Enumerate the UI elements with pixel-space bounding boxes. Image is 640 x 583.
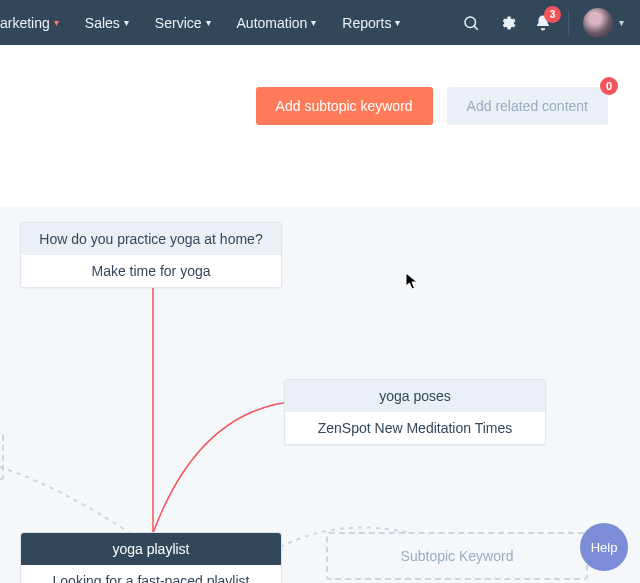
node-keyword: How do you practice yoga at home?: [21, 223, 281, 255]
subtopic-node[interactable]: yoga poses ZenSpot New Meditation Times: [284, 379, 546, 445]
subtopic-placeholder[interactable]: Subtopic Keyword: [326, 532, 588, 580]
search-icon[interactable]: [460, 12, 482, 34]
svg-line-1: [474, 26, 478, 30]
node-content: ZenSpot New Meditation Times: [285, 412, 545, 444]
nav-sales[interactable]: Sales ▾: [72, 0, 142, 45]
button-label: Add related content: [467, 98, 588, 114]
add-related-button[interactable]: Add related content 0: [447, 87, 608, 125]
nav-label: Reports: [342, 15, 391, 31]
nav-automation[interactable]: Automation ▾: [224, 0, 330, 45]
avatar: [583, 8, 613, 38]
chevron-down-icon: ▾: [206, 17, 211, 28]
account-menu[interactable]: ▾: [583, 8, 624, 38]
top-nav: arketing ▾ Sales ▾ Service ▾ Automation …: [0, 0, 640, 45]
nav-label: arketing: [0, 15, 50, 31]
chevron-down-icon: ▾: [395, 17, 400, 28]
nav-label: Automation: [237, 15, 308, 31]
nav-reports[interactable]: Reports ▾: [329, 0, 413, 45]
node-content: Make time for yoga: [21, 255, 281, 287]
nav-service[interactable]: Service ▾: [142, 0, 224, 45]
placeholder-label: Subtopic Keyword: [328, 534, 586, 578]
node-content: Looking for a fast-paced playlist: [21, 565, 281, 583]
action-row: Add subtopic keyword Add related content…: [0, 45, 640, 125]
topic-canvas[interactable]: How do you practice yoga at home? Make t…: [0, 207, 640, 583]
subtopic-placeholder-edge[interactable]: [0, 432, 4, 480]
gear-icon[interactable]: [496, 12, 518, 34]
nav-label: Sales: [85, 15, 120, 31]
chevron-down-icon: ▾: [619, 17, 624, 28]
divider: [568, 11, 569, 35]
node-keyword: yoga playlist: [21, 533, 281, 565]
nav-label: Service: [155, 15, 202, 31]
svg-point-0: [465, 17, 476, 28]
help-button[interactable]: Help: [580, 523, 628, 571]
node-keyword: yoga poses: [285, 380, 545, 412]
nav-right: 3 ▾: [460, 8, 632, 38]
chevron-down-icon: ▾: [124, 17, 129, 28]
chevron-down-icon: ▾: [54, 17, 59, 28]
nav-marketing[interactable]: arketing ▾: [0, 0, 72, 45]
subtopic-node[interactable]: How do you practice yoga at home? Make t…: [20, 222, 282, 288]
chevron-down-icon: ▾: [311, 17, 316, 28]
notifications-icon[interactable]: 3: [532, 12, 554, 34]
related-badge: 0: [600, 77, 618, 95]
add-subtopic-button[interactable]: Add subtopic keyword: [256, 87, 433, 125]
notification-badge: 3: [544, 6, 561, 23]
subtopic-node-selected[interactable]: yoga playlist Looking for a fast-paced p…: [20, 532, 282, 583]
